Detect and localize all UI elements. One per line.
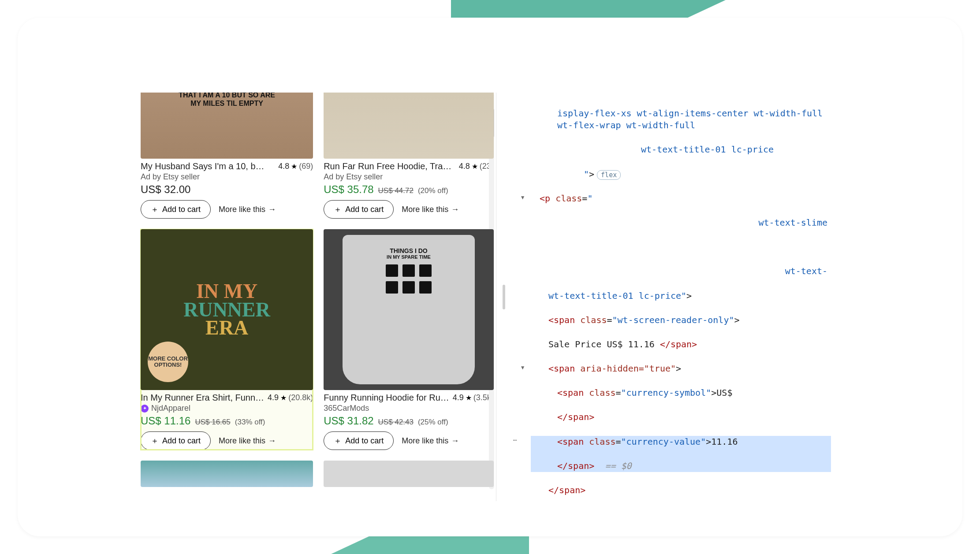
more-like-this-link[interactable]: More like this → <box>219 205 276 214</box>
original-price: US$ 44.72 <box>378 186 414 195</box>
more-like-this-link[interactable]: More like this → <box>402 436 459 446</box>
arrow-right-icon: → <box>268 205 276 214</box>
rating-value: 4.8 <box>459 162 470 171</box>
product-title[interactable]: In My Runner Era Shirt, Funn… <box>141 393 264 403</box>
original-price: US$ 16.65 <box>195 418 230 427</box>
more-label: More like this <box>402 436 448 446</box>
product-art-text: THINGS I DO IN MY SPARE TIME <box>387 247 431 260</box>
rating: 4.8 ★ (69) <box>278 162 313 171</box>
actions: ＋ Add to cart More like this → <box>141 200 313 219</box>
art-line: ERA <box>183 319 270 337</box>
sale-price: US$ 35.78 <box>324 183 373 196</box>
product-image[interactable]: IN MY RUNNER ERA MORE COLOR OPTIONS! <box>141 229 313 390</box>
plus-icon: ＋ <box>334 204 342 215</box>
disclosure-triangle-icon[interactable]: ▼ <box>521 364 524 372</box>
arrow-right-icon: → <box>451 436 459 446</box>
art-line: IN MY <box>183 282 270 300</box>
hoodie-art: THINGS I DO IN MY SPARE TIME <box>343 235 475 384</box>
browser-viewport[interactable]: THAT I AM A 10 BUT SO ARE MY MILES TIL E… <box>139 93 496 501</box>
product-title[interactable]: Funny Running Hoodie for Ru… <box>324 393 449 403</box>
more-colors-badge: MORE COLOR OPTIONS! <box>148 342 188 382</box>
product-art-text: THAT I AM A 10 BUT SO ARE MY MILES TIL E… <box>175 93 279 108</box>
seller-line[interactable]: 365CarMods <box>324 404 494 413</box>
selected-dom-node[interactable]: ⋯<span class="currency-value">11.16 </sp… <box>531 436 831 472</box>
currency-symbol-text: US$ <box>716 387 732 398</box>
product-card[interactable]: Run Far Run Free Hoodie, Tra… 4.8 ★ (23)… <box>324 93 494 219</box>
product-card-peek[interactable] <box>324 461 494 487</box>
more-like-this-link[interactable]: More like this → <box>402 205 459 214</box>
add-label: Add to cart <box>345 436 384 446</box>
review-count: (69) <box>299 162 313 171</box>
plus-icon: ＋ <box>334 435 342 446</box>
computed-eq: == $0 <box>605 461 631 471</box>
review-count: (20.8k) <box>288 393 313 402</box>
art-line: RUNNER <box>183 301 270 319</box>
stage: THAT I AM A 10 BUT SO ARE MY MILES TIL E… <box>0 0 980 554</box>
sr-only-text: Sale Price US$ 11.16 <box>548 339 655 350</box>
plus-icon: ＋ <box>151 204 159 215</box>
product-art-text: IN MY RUNNER ERA <box>183 282 270 337</box>
original-price: US$ 42.43 <box>378 418 414 427</box>
more-label: More like this <box>219 205 265 214</box>
product-image[interactable]: THAT I AM A 10 BUT SO ARE MY MILES TIL E… <box>141 93 313 159</box>
arrow-right-icon: → <box>268 436 276 446</box>
seller-line: ✦ NjdApparel <box>141 404 313 413</box>
price-row: US$ 31.82 US$ 42.43 (25% off) <box>324 415 494 427</box>
product-image[interactable] <box>324 461 494 487</box>
rating-value: 4.9 <box>453 393 464 402</box>
price-row: US$ 35.78 US$ 44.72 (20% off) <box>324 183 494 196</box>
add-label: Add to cart <box>162 205 201 214</box>
devtools-elements-panel[interactable]: isplay-flex-xs wt-align-items-center wt-… <box>511 93 835 501</box>
art-icons <box>386 264 432 294</box>
code-text: isplay-flex-xs wt-align-items-center wt-… <box>557 108 828 131</box>
title-row: In My Runner Era Shirt, Funn… 4.9 ★ (20.… <box>141 393 313 403</box>
seller-line: Ad by Etsy seller <box>324 172 494 182</box>
price: US$ 32.00 <box>141 183 190 196</box>
more-label: More like this <box>219 436 265 446</box>
star-seller-icon: ✦ <box>141 405 149 413</box>
add-to-cart-button[interactable]: ＋ Add to cart <box>324 431 394 450</box>
currency-value-text: 11.16 <box>711 436 738 447</box>
actions: ＋ Add to cart More like this → <box>141 431 313 450</box>
title-row: My Husband Says I'm a 10, b… 4.8 ★ (69) <box>141 161 313 171</box>
product-title[interactable]: Run Far Run Free Hoodie, Tra… <box>324 161 455 171</box>
flex-pill[interactable]: flex <box>597 170 621 180</box>
product-image[interactable] <box>324 93 494 159</box>
add-to-cart-button[interactable]: ＋ Add to cart <box>141 431 211 450</box>
title-row: Run Far Run Free Hoodie, Tra… 4.8 ★ (23) <box>324 161 494 171</box>
product-card[interactable]: THINGS I DO IN MY SPARE TIME Funny Runni… <box>324 229 494 450</box>
product-card-highlighted[interactable]: IN MY RUNNER ERA MORE COLOR OPTIONS! In … <box>141 229 313 450</box>
discount: (33% off) <box>235 418 265 427</box>
rating: 4.9 ★ (3.5k) <box>453 393 494 402</box>
split-pane: THAT I AM A 10 BUT SO ARE MY MILES TIL E… <box>139 93 835 501</box>
discount: (20% off) <box>418 186 448 195</box>
code-text: wt-text-title-01 lc-price <box>641 144 774 155</box>
product-card-peek[interactable] <box>141 461 313 487</box>
star-icon: ★ <box>291 162 297 171</box>
price-row: US$ 11.16 US$ 16.65 (33% off) <box>141 415 313 427</box>
code-text: wt-text-title-01 lc-price <box>548 290 681 301</box>
product-title[interactable]: My Husband Says I'm a 10, b… <box>141 161 275 171</box>
add-to-cart-button[interactable]: ＋ Add to cart <box>141 200 211 219</box>
product-image[interactable]: THINGS I DO IN MY SPARE TIME <box>324 229 494 390</box>
rating: 4.9 ★ (20.8k) <box>268 393 313 402</box>
breadcrumb-dots-icon: ⋯ <box>513 436 517 444</box>
arrow-right-icon: → <box>451 205 459 214</box>
pane-resize-handle[interactable] <box>496 93 511 501</box>
seller-name[interactable]: NjdApparel <box>151 404 190 413</box>
more-like-this-link[interactable]: More like this → <box>219 436 276 446</box>
discount: (25% off) <box>418 418 448 427</box>
code-text: wt-text-slime <box>758 217 827 228</box>
product-card[interactable]: THAT I AM A 10 BUT SO ARE MY MILES TIL E… <box>141 93 313 219</box>
actions: ＋ Add to cart More like this → <box>324 200 494 219</box>
star-icon: ★ <box>472 162 478 171</box>
plus-icon: ＋ <box>151 435 159 446</box>
product-image[interactable] <box>141 461 313 487</box>
disclosure-triangle-icon[interactable]: ▼ <box>521 194 524 201</box>
star-icon: ★ <box>280 394 287 402</box>
rating-value: 4.8 <box>278 162 289 171</box>
star-icon: ★ <box>466 394 472 402</box>
add-to-cart-button[interactable]: ＋ Add to cart <box>324 200 394 219</box>
dom-tree[interactable]: isplay-flex-xs wt-align-items-center wt-… <box>511 93 835 501</box>
add-label: Add to cart <box>345 205 384 214</box>
